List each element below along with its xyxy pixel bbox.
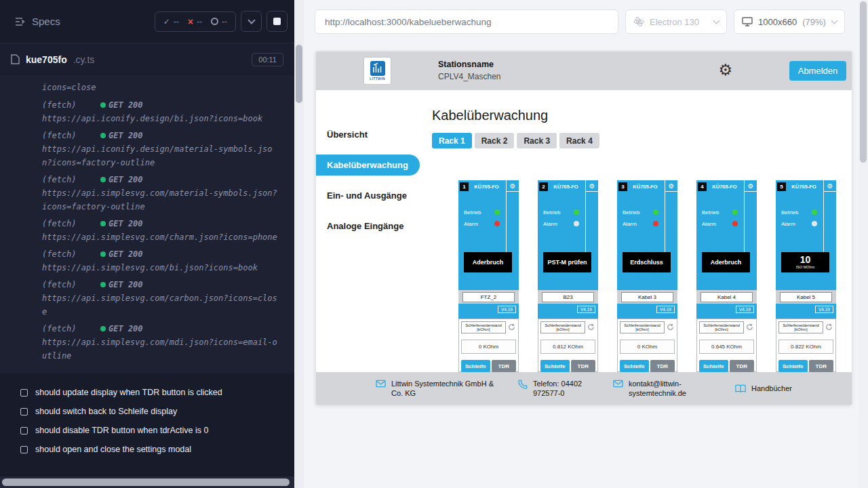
schleife-button[interactable]: Schleife xyxy=(540,360,570,372)
tdr-button[interactable]: TDR xyxy=(492,360,516,372)
reporter-header: Specs ✓-- ×-- -- xyxy=(0,0,294,43)
scrollbar-thumb[interactable] xyxy=(296,45,302,103)
status-dot-icon xyxy=(100,282,106,287)
scrollbar-thumb[interactable] xyxy=(860,1,867,163)
http-status: GET 200 xyxy=(108,280,143,289)
cable-name-field[interactable]: Kabel 4 xyxy=(701,292,753,302)
refresh-icon[interactable] xyxy=(587,321,595,333)
log-entry[interactable]: (fetch)GET 200 https://api.simplesvg.com… xyxy=(42,217,288,244)
cable-name-field[interactable]: B23 xyxy=(542,292,594,302)
card-settings-icon[interactable]: ⚙ xyxy=(745,180,757,192)
specs-button[interactable]: Specs xyxy=(11,15,64,28)
logout-button[interactable]: Abmelden xyxy=(789,61,846,81)
cable-name-field[interactable]: FTZ_2 xyxy=(462,292,515,302)
measurement-label: Schleifenwiderstand [kOhm] xyxy=(699,321,744,333)
refresh-icon[interactable] xyxy=(666,321,675,333)
sidebar-item-ein-und-ausgaenge[interactable]: Ein- und Ausgänge xyxy=(316,185,427,206)
tdr-button[interactable]: TDR xyxy=(730,360,754,372)
log-entry[interactable]: (fetch)GET 200 https://api.simplesvg.com… xyxy=(42,322,288,363)
screen: Specs ✓-- ×-- -- kue705fo .cy.ts 00:11 i… xyxy=(0,0,868,488)
schleife-button[interactable]: Schleife xyxy=(620,360,649,372)
card-settings-icon[interactable]: ⚙ xyxy=(507,180,519,192)
iso-unit: ISO MOhm xyxy=(796,265,815,269)
log-entry[interactable]: (fetch)GET 200 https://api.simplesvg.com… xyxy=(42,173,288,214)
spec-name: kue705fo xyxy=(26,54,67,65)
sidebar-item-uebersicht[interactable]: Übersicht xyxy=(316,124,427,145)
sidebar-item-analoge-eingaenge[interactable]: Analoge Eingänge xyxy=(316,216,427,237)
passed-check-icon: ✓ xyxy=(163,17,170,26)
refresh-icon[interactable] xyxy=(507,321,516,333)
failed-count: -- xyxy=(197,17,202,26)
test-box-icon xyxy=(20,427,28,434)
stop-run-button[interactable] xyxy=(267,11,288,32)
card-settings-icon[interactable]: ⚙ xyxy=(824,180,836,192)
footer-email[interactable]: kontakt@littwin-systemtechnik.de xyxy=(613,379,735,398)
log-entry[interactable]: (fetch)GET 200 https://api.simplesvg.com… xyxy=(42,278,288,319)
schleife-button[interactable]: Schleife xyxy=(699,360,728,372)
refresh-icon[interactable] xyxy=(745,321,754,333)
chevron-down-icon xyxy=(713,18,720,24)
status-display: Aderbruch xyxy=(464,252,512,272)
sidebar-item-kabelueberwachung[interactable]: Kabelüberwachung xyxy=(316,155,420,176)
alarm-led xyxy=(812,221,817,226)
card-number-badge: 1 xyxy=(460,182,469,191)
horizontal-scrollbar[interactable] xyxy=(0,476,294,488)
page-vertical-scrollbar[interactable] xyxy=(859,0,868,488)
request-url: https://api.simplesvg.com/bi.json?icons=… xyxy=(42,261,281,274)
tdr-button[interactable]: TDR xyxy=(809,360,833,372)
footer-manuals-link[interactable]: Handbücher xyxy=(735,384,792,393)
card-settings-icon[interactable]: ⚙ xyxy=(586,180,598,192)
refresh-icon[interactable] xyxy=(825,321,833,333)
tdr-button[interactable]: TDR xyxy=(571,360,595,372)
spec-file-row[interactable]: kue705fo .cy.ts 00:11 xyxy=(0,43,294,75)
tab-rack-1[interactable]: Rack 1 xyxy=(432,133,472,148)
test-item[interactable]: should open and close the settings modal xyxy=(20,440,290,459)
footer-company: Littwin Systemtechnik GmbH & Co. KG xyxy=(376,379,518,398)
log-entry[interactable]: (fetch)GET 200 https://api.iconify.desig… xyxy=(42,98,288,125)
browser-name: Electron 130 xyxy=(650,17,699,27)
alarm-led xyxy=(574,221,579,226)
littwin-logo: LITTWIN xyxy=(363,57,391,85)
chevron-down-icon xyxy=(831,18,838,24)
schleife-button[interactable]: Schleife xyxy=(778,360,808,372)
card-settings-icon[interactable]: ⚙ xyxy=(665,180,677,192)
card-side-column: ⚙ xyxy=(665,180,677,252)
mail-icon xyxy=(613,380,623,388)
test-item[interactable]: should disable TDR button when tdrActive… xyxy=(20,421,290,440)
name-strip: B23 xyxy=(538,290,598,304)
tab-rack-2[interactable]: Rack 2 xyxy=(475,133,515,148)
request-url: https://api.iconify.design/bi.json?icons… xyxy=(42,112,281,125)
http-status: GET 200 xyxy=(108,175,143,184)
footer-phone[interactable]: Telefon: 04402 972577-0 xyxy=(518,379,613,398)
alarm-label: Alarm xyxy=(781,221,795,227)
kabelueberwachung-app: LITTWIN Stationsname CPLV4_Maschen ⚙ Abm… xyxy=(316,52,852,405)
cable-name-field[interactable]: Kabel 5 xyxy=(780,292,832,302)
tab-rack-3[interactable]: Rack 3 xyxy=(517,133,557,148)
reporter-vertical-scrollbar[interactable] xyxy=(294,0,304,488)
log-wrapped-line[interactable]: icons=close xyxy=(42,81,288,94)
log-entry[interactable]: (fetch)GET 200 https://api.iconify.desig… xyxy=(42,129,288,169)
collapse-chevron-button[interactable] xyxy=(241,11,262,32)
cable-name-field[interactable]: Kabel 3 xyxy=(621,292,673,302)
url-input[interactable] xyxy=(323,16,610,28)
passed-stat: ✓-- xyxy=(163,17,179,26)
viewport-size: 1000x660 xyxy=(758,17,797,27)
station-label: Stationsname xyxy=(438,60,501,69)
scrollbar-thumb[interactable] xyxy=(2,479,290,486)
test-title: should switch back to Schleife display xyxy=(35,407,177,416)
fetch-label: (fetch) xyxy=(42,129,100,142)
schleife-button[interactable]: Schleife xyxy=(461,360,490,372)
tab-rack-4[interactable]: Rack 4 xyxy=(559,133,599,148)
logo-text: LITTWIN xyxy=(370,77,385,81)
viewport-selector[interactable]: 1000x660 (79%) xyxy=(734,9,845,34)
tdr-button[interactable]: TDR xyxy=(650,360,675,372)
betrieb-led xyxy=(494,209,500,215)
log-entry[interactable]: (fetch)GET 200 https://api.simplesvg.com… xyxy=(42,247,288,274)
test-item[interactable]: should switch back to Schleife display xyxy=(20,402,290,421)
http-status: GET 200 xyxy=(108,131,143,140)
measurement-label: Schleifenwiderstand [kOhm] xyxy=(620,321,665,333)
alarm-label: Alarm xyxy=(623,221,637,227)
browser-selector[interactable]: Electron 130 xyxy=(625,9,727,34)
settings-gear-icon[interactable]: ⚙ xyxy=(718,61,732,79)
test-item[interactable]: should update display when TDR button is… xyxy=(20,383,290,402)
